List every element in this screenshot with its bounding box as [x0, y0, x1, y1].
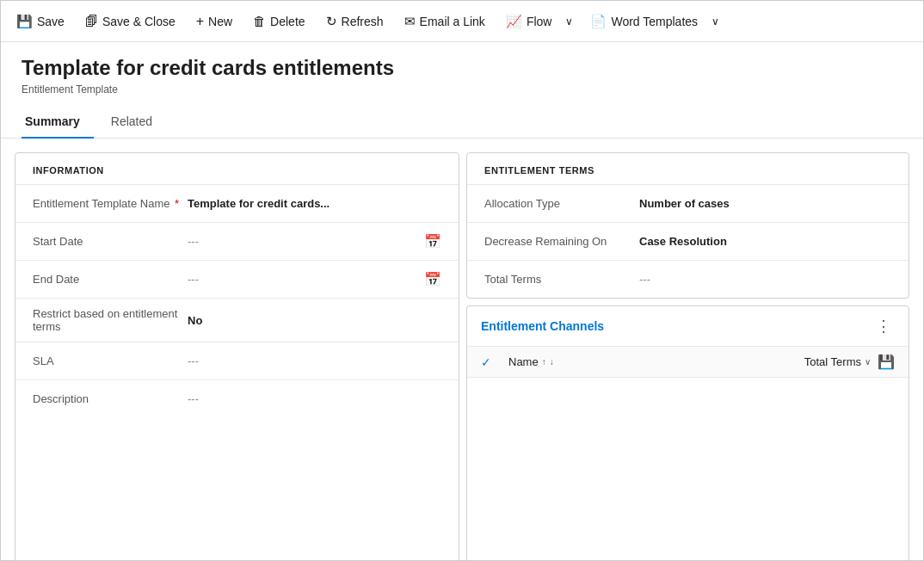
- et-row-allocation: Allocation Type Number of cases: [467, 184, 909, 222]
- entitlement-terms-panel: ENTITLEMENT TERMS Allocation Type Number…: [466, 152, 909, 299]
- table-save-icon[interactable]: 💾: [878, 354, 895, 370]
- et-row-total-terms: Total Terms ---: [467, 260, 909, 298]
- information-panel: INFORMATION Entitlement Template Name * …: [15, 152, 459, 561]
- more-options-icon[interactable]: ⋮: [872, 317, 895, 336]
- save-close-label: Save & Close: [102, 15, 176, 28]
- refresh-label: Refresh: [342, 15, 384, 28]
- column-name-label: Name: [508, 355, 539, 368]
- field-row-start-date: Start Date --- 📅: [15, 222, 459, 260]
- save-label: Save: [37, 15, 65, 28]
- information-title: INFORMATION: [15, 153, 459, 184]
- entitlement-channels-columns: ✓ Name ↑ ↓ Total Terms ∨ 💾: [467, 347, 909, 378]
- page-title: Template for credit cards entitlements: [22, 56, 902, 80]
- page-header: Template for credit cards entitlements E…: [1, 42, 923, 96]
- et-value-allocation[interactable]: Number of cases: [639, 197, 730, 210]
- field-row-description: Description ---: [15, 379, 459, 417]
- name-sort-desc-icon[interactable]: ↓: [550, 357, 554, 367]
- field-row-sla: SLA ---: [15, 342, 459, 379]
- et-label-decrease: Decrease Remaining On: [484, 235, 639, 248]
- new-icon: +: [196, 14, 204, 29]
- field-value-start-date[interactable]: ---: [188, 235, 417, 248]
- et-value-decrease[interactable]: Case Resolution: [639, 235, 727, 248]
- delete-icon: 🗑: [253, 14, 266, 28]
- field-value-end-date[interactable]: ---: [188, 273, 417, 286]
- flow-caret-button[interactable]: ∨: [560, 10, 578, 33]
- page-subtitle: Entitlement Template: [22, 83, 902, 96]
- entitlement-channels-panel: Entitlement Channels ⋮ ✓ Name ↑ ↓ Total …: [466, 305, 909, 561]
- flow-label: Flow: [527, 15, 552, 28]
- save-close-icon: 🗐: [85, 14, 98, 28]
- et-value-total-terms[interactable]: ---: [639, 273, 650, 286]
- name-sort-asc-icon[interactable]: ↑: [542, 357, 546, 367]
- refresh-button[interactable]: ↻ Refresh: [317, 9, 392, 34]
- field-value-restrict[interactable]: No: [188, 314, 441, 327]
- field-row-restrict: Restrict based on entitlement terms No: [15, 298, 459, 342]
- new-label: New: [208, 15, 232, 28]
- required-asterisk: *: [175, 197, 179, 210]
- column-name: Name ↑ ↓: [508, 355, 804, 368]
- delete-button[interactable]: 🗑 Delete: [244, 9, 313, 34]
- field-label-end-date: End Date: [33, 273, 188, 286]
- tabs: Summary Related: [1, 106, 923, 139]
- entitlement-channels-title: Entitlement Channels: [481, 319, 872, 333]
- tab-summary[interactable]: Summary: [22, 106, 94, 139]
- flow-icon: 📈: [506, 14, 522, 29]
- et-row-decrease: Decrease Remaining On Case Resolution: [467, 222, 909, 260]
- email-link-button[interactable]: ✉ Email a Link: [396, 9, 494, 34]
- field-row-template-name: Entitlement Template Name * Template for…: [15, 184, 459, 222]
- field-value-description[interactable]: ---: [188, 392, 441, 405]
- field-row-end-date: End Date --- 📅: [15, 260, 459, 298]
- end-date-calendar-icon[interactable]: 📅: [424, 271, 441, 287]
- field-label-restrict: Restrict based on entitlement terms: [33, 307, 188, 333]
- refresh-icon: ↻: [326, 14, 337, 29]
- right-panels: ENTITLEMENT TERMS Allocation Type Number…: [466, 152, 909, 561]
- main-content: INFORMATION Entitlement Template Name * …: [1, 139, 923, 561]
- email-icon: ✉: [404, 14, 416, 29]
- entitlement-terms-title: ENTITLEMENT TERMS: [467, 153, 909, 184]
- word-templates-button-group: 📄 Word Templates ∨: [582, 9, 724, 34]
- flow-button-group: 📈 Flow ∨: [497, 9, 579, 34]
- entitlement-channels-header: Entitlement Channels ⋮: [467, 306, 909, 347]
- email-link-label: Email a Link: [420, 15, 485, 28]
- field-value-sla[interactable]: ---: [188, 354, 441, 367]
- field-label-sla: SLA: [33, 354, 188, 367]
- new-button[interactable]: + New: [188, 9, 241, 34]
- start-date-calendar-icon[interactable]: 📅: [424, 233, 441, 250]
- toolbar: 💾 Save 🗐 Save & Close + New 🗑 Delete ↻ R…: [1, 1, 923, 42]
- et-label-allocation: Allocation Type: [484, 197, 639, 210]
- save-close-button[interactable]: 🗐 Save & Close: [77, 9, 184, 34]
- word-templates-caret-button[interactable]: ∨: [706, 10, 724, 33]
- column-total-terms: Total Terms ∨: [804, 355, 871, 368]
- word-templates-button[interactable]: 📄 Word Templates: [582, 9, 706, 34]
- save-icon: 💾: [16, 14, 33, 29]
- check-icon: ✓: [481, 355, 508, 369]
- tab-related[interactable]: Related: [108, 106, 166, 139]
- field-label-description: Description: [33, 392, 188, 405]
- field-value-template-name[interactable]: Template for credit cards...: [188, 197, 441, 210]
- total-terms-caret-icon[interactable]: ∨: [865, 357, 871, 367]
- field-label-template-name: Entitlement Template Name *: [33, 197, 188, 210]
- column-total-terms-label: Total Terms: [804, 355, 861, 368]
- word-templates-label: Word Templates: [611, 15, 698, 28]
- word-icon: 📄: [590, 14, 607, 29]
- save-button[interactable]: 💾 Save: [8, 9, 73, 34]
- et-label-total-terms: Total Terms: [484, 273, 639, 286]
- flow-button[interactable]: 📈 Flow: [497, 9, 561, 34]
- delete-label: Delete: [270, 15, 305, 28]
- field-label-start-date: Start Date: [33, 235, 188, 248]
